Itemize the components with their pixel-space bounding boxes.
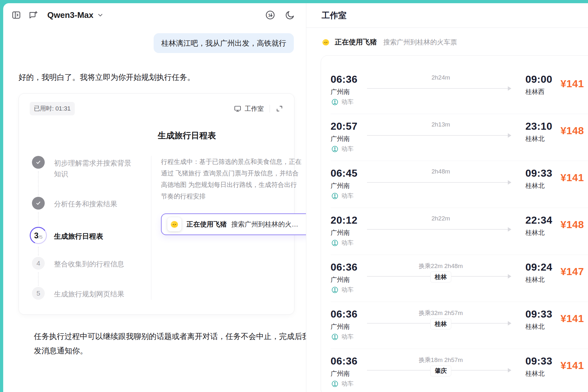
task-step: 分析任务和搜索结果 xyxy=(30,197,139,227)
train-result-row[interactable]: 06:36 广州南 换乘22m 2h48m 桂林 09:24 桂林北 ¥147 … xyxy=(331,255,588,302)
journey-track: 换乘32m 2h57m 桂林 xyxy=(366,309,515,332)
journey-duration: 2h13m xyxy=(366,121,515,128)
ticket-price: ¥141 xyxy=(561,168,588,184)
ticket-price: ¥148 xyxy=(561,215,588,231)
check-icon xyxy=(35,159,42,165)
task-step: 3 /5 生成旅行日程表 xyxy=(30,227,139,257)
train-result-row[interactable]: 06:36 广州南 2h24m 09:00 桂林西 ¥141 动车 xyxy=(331,67,588,114)
step-label: 生成旅行规划网页结果 xyxy=(54,287,134,300)
ticket-price: ¥141 xyxy=(561,74,588,90)
train-result-row[interactable]: 20:12 广州南 2h22m 22:34 桂林北 ¥148 动车 xyxy=(331,208,588,255)
journey-duration: 2h22m xyxy=(366,215,515,222)
journey-duration: 2h48m xyxy=(366,168,515,175)
railway-icon xyxy=(331,192,339,200)
dark-mode-moon-icon[interactable] xyxy=(285,10,295,20)
tool-usage-chip[interactable]: 正在使用飞猪搜索广州到桂林的火… xyxy=(161,213,306,235)
train-type-label: 动车 xyxy=(341,333,354,341)
departure: 06:36 广州南 xyxy=(331,309,366,331)
step-rail xyxy=(30,197,47,227)
arrival: 09:33 桂林北 xyxy=(515,309,561,331)
train-type-label: 动车 xyxy=(341,239,354,247)
arrival: 09:00 桂林西 xyxy=(515,74,561,96)
journey-track: 换乘22m 2h48m 桂林 xyxy=(366,262,515,285)
journey-track: 2h22m xyxy=(366,215,515,238)
sidebar-toggle-icon[interactable] xyxy=(11,10,21,20)
arrival-station: 桂林北 xyxy=(525,228,561,237)
journey-track: 2h24m xyxy=(366,74,515,97)
fliggy-pig-icon xyxy=(167,217,181,231)
collapse-panel-icon[interactable] xyxy=(276,105,283,112)
journey-arrow xyxy=(367,229,511,230)
departure-time: 06:36 xyxy=(331,262,366,272)
arrival-time: 09:24 xyxy=(525,262,561,272)
check-icon xyxy=(35,200,42,206)
departure-station: 广州南 xyxy=(331,228,366,237)
monitor-icon xyxy=(234,105,241,112)
arrowhead-icon xyxy=(508,86,511,91)
arrival-time: 09:33 xyxy=(525,309,561,319)
departure-station: 广州南 xyxy=(331,275,366,284)
step-connector xyxy=(38,272,39,286)
departure-time: 20:12 xyxy=(331,215,366,225)
chat-history-icon[interactable]: 1 xyxy=(265,10,275,20)
train-result-row[interactable]: 20:57 广州南 2h13m 23:10 桂林北 ¥148 动车 xyxy=(331,114,588,161)
train-type-label: 动车 xyxy=(341,192,354,200)
ticket-price: ¥147 xyxy=(561,262,588,278)
workspace-header: 工作室 xyxy=(306,3,588,28)
open-workspace-button[interactable]: 工作室 xyxy=(234,104,264,113)
task-detail-text: 行程生成中：基于已筛选的景点和美食信息，正在通过 飞猪旅行 查询景点门票与开放信… xyxy=(161,156,302,202)
model-name: Qwen3-Max xyxy=(47,10,94,20)
transfer-station-badge: 肇庆 xyxy=(430,365,451,376)
transfer-station-badge: 桂林 xyxy=(430,272,451,282)
task-step: 初步理解需求并搜索背景知识 xyxy=(30,156,139,197)
journey-track: 2h48m xyxy=(366,168,515,191)
train-result-row[interactable]: 06:45 广州南 2h48m 09:33 桂林北 ¥141 动车 xyxy=(331,161,588,208)
arrival: 23:10 桂林北 xyxy=(515,121,561,143)
arrival-station: 桂林北 xyxy=(525,322,561,331)
step-status-badge: 5 xyxy=(32,287,45,300)
railway-icon xyxy=(331,380,339,388)
ticket-price: ¥148 xyxy=(561,121,588,137)
departure: 20:57 广州南 xyxy=(331,121,366,143)
user-message-bubble: 桂林漓江吧，我从广州出发，高铁就行 xyxy=(154,33,294,53)
train-result-row[interactable]: 06:36 广州南 换乘32m 2h57m 桂林 09:33 桂林北 ¥141 … xyxy=(331,302,588,349)
train-type-tag: 动车 xyxy=(331,192,354,200)
train-list: 06:36 广州南 2h24m 09:00 桂林西 ¥141 动车 20:57 … xyxy=(331,67,588,392)
departure: 06:36 广州南 xyxy=(331,356,366,378)
journey-duration: 换乘18m 2h57m xyxy=(366,356,515,364)
tool-chip-text: 正在使用飞猪搜索广州到桂林的火… xyxy=(187,220,298,229)
step-status-badge xyxy=(32,197,45,210)
app-window: Qwen3-Max 1 桂林漓江吧，我从广州出发，高铁就行 好的，我明白了。我将… xyxy=(3,3,588,392)
step-connector xyxy=(38,171,39,196)
arrowhead-icon xyxy=(508,227,511,232)
workspace-status: 正在使用飞猪 搜索广州到桂林的火车票 xyxy=(322,37,588,47)
departure-station: 广州南 xyxy=(331,88,366,96)
arrowhead-icon xyxy=(508,180,511,185)
step-rail: 5 xyxy=(30,287,47,300)
step-rail: 4 xyxy=(30,257,47,287)
train-type-label: 动车 xyxy=(341,380,354,388)
journey-duration: 换乘22m 2h48m xyxy=(366,262,515,270)
departure: 20:12 广州南 xyxy=(331,215,366,237)
train-type-tag: 动车 xyxy=(331,239,354,247)
arrowhead-icon xyxy=(508,133,511,138)
step-connector xyxy=(38,247,39,256)
svg-text:1: 1 xyxy=(268,13,271,18)
step-status-badge: 4 xyxy=(32,257,45,270)
model-selector[interactable]: Qwen3-Max xyxy=(47,10,104,20)
assistant-message: 好的，我明白了。我将立即为你开始规划执行任务。 xyxy=(19,72,294,82)
departure-time: 20:57 xyxy=(331,121,366,131)
new-chat-icon[interactable] xyxy=(28,10,38,20)
departure-time: 06:45 xyxy=(331,168,366,178)
train-type-tag: 动车 xyxy=(331,98,354,106)
arrowhead-icon xyxy=(508,321,511,326)
train-result-row[interactable]: 06:36 广州南 换乘18m 2h57m 肇庆 09:33 桂林北 ¥141 … xyxy=(331,349,588,392)
task-step: 5 生成旅行规划网页结果 xyxy=(30,287,139,300)
arrowhead-icon xyxy=(508,368,511,373)
task-card: 已用时: 01:31 工作室 生成旅行日程表 xyxy=(19,93,294,315)
journey-arrow xyxy=(367,182,511,183)
chevron-down-icon xyxy=(97,12,104,19)
train-type-label: 动车 xyxy=(341,145,354,153)
train-type-label: 动车 xyxy=(341,286,354,294)
journey-arrow xyxy=(367,88,511,89)
